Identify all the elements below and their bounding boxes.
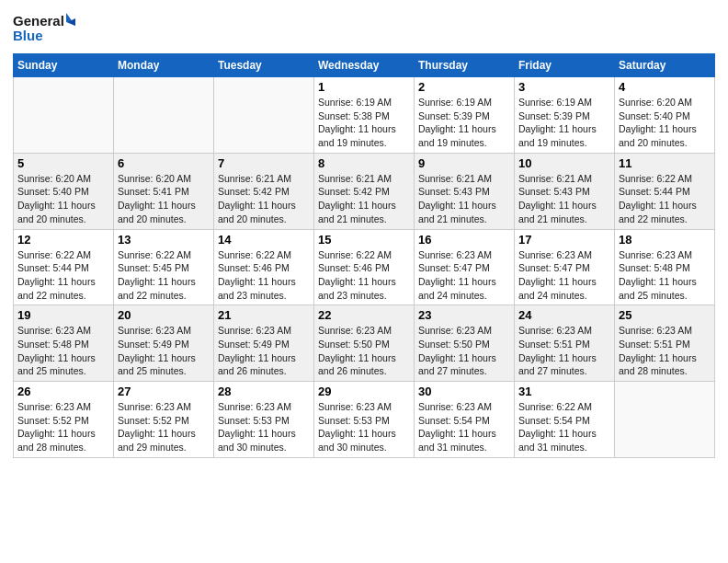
day-info: Sunrise: 6:23 AMSunset: 5:53 PMDaylight:… [318,400,410,454]
page-container: GeneralBlue SundayMondayTuesdayWednesday… [0,0,728,467]
calendar-header-saturday: Saturday [615,54,715,77]
svg-text:General: General [13,13,64,29]
calendar-table: SundayMondayTuesdayWednesdayThursdayFrid… [13,53,715,458]
day-number: 3 [518,80,610,94]
day-number: 24 [518,308,610,322]
calendar-week-row: 19Sunrise: 6:23 AMSunset: 5:48 PMDayligh… [14,305,715,382]
day-info: Sunrise: 6:23 AMSunset: 5:52 PMDaylight:… [17,400,109,454]
calendar-day-cell: 12Sunrise: 6:22 AMSunset: 5:44 PMDayligh… [14,229,114,305]
calendar-day-cell: 10Sunrise: 6:21 AMSunset: 5:43 PMDayligh… [515,153,615,229]
logo-svg: GeneralBlue [13,9,77,46]
day-number: 1 [318,80,410,94]
day-info: Sunrise: 6:19 AMSunset: 5:38 PMDaylight:… [318,96,410,150]
day-number: 16 [418,233,510,247]
day-info: Sunrise: 6:23 AMSunset: 5:48 PMDaylight:… [619,248,711,303]
calendar-day-cell: 17Sunrise: 6:23 AMSunset: 5:47 PMDayligh… [515,229,615,305]
day-number: 8 [318,156,410,170]
day-info: Sunrise: 6:21 AMSunset: 5:43 PMDaylight:… [418,172,510,226]
day-info: Sunrise: 6:19 AMSunset: 5:39 PMDaylight:… [418,96,510,150]
calendar-header-thursday: Thursday [415,54,515,77]
day-number: 23 [418,308,510,322]
calendar-day-cell [14,77,114,154]
day-number: 14 [218,233,310,247]
day-info: Sunrise: 6:23 AMSunset: 5:47 PMDaylight:… [418,248,510,303]
day-info: Sunrise: 6:22 AMSunset: 5:46 PMDaylight:… [218,248,310,303]
calendar-day-cell: 3Sunrise: 6:19 AMSunset: 5:39 PMDaylight… [515,77,615,154]
calendar-day-cell: 16Sunrise: 6:23 AMSunset: 5:47 PMDayligh… [415,229,515,305]
calendar-header-sunday: Sunday [14,54,114,77]
day-info: Sunrise: 6:21 AMSunset: 5:43 PMDaylight:… [518,172,610,226]
svg-text:Blue: Blue [13,28,43,43]
day-info: Sunrise: 6:21 AMSunset: 5:42 PMDaylight:… [218,172,310,226]
day-number: 2 [418,80,510,94]
calendar-day-cell: 23Sunrise: 6:23 AMSunset: 5:50 PMDayligh… [415,305,515,382]
day-info: Sunrise: 6:22 AMSunset: 5:44 PMDaylight:… [17,248,109,303]
calendar-day-cell: 11Sunrise: 6:22 AMSunset: 5:44 PMDayligh… [615,153,715,229]
calendar-header-wednesday: Wednesday [314,54,415,77]
day-info: Sunrise: 6:23 AMSunset: 5:51 PMDaylight:… [518,324,610,378]
calendar-day-cell: 25Sunrise: 6:23 AMSunset: 5:51 PMDayligh… [615,305,715,382]
calendar-day-cell: 29Sunrise: 6:23 AMSunset: 5:53 PMDayligh… [314,382,415,458]
calendar-week-row: 26Sunrise: 6:23 AMSunset: 5:52 PMDayligh… [14,382,715,458]
day-info: Sunrise: 6:22 AMSunset: 5:45 PMDaylight:… [118,248,210,303]
calendar-header-tuesday: Tuesday [214,54,314,77]
day-info: Sunrise: 6:23 AMSunset: 5:49 PMDaylight:… [218,324,310,378]
calendar-header-row: SundayMondayTuesdayWednesdayThursdayFrid… [14,54,715,77]
day-number: 13 [118,233,210,247]
calendar-day-cell [114,77,214,154]
calendar-day-cell: 14Sunrise: 6:22 AMSunset: 5:46 PMDayligh… [214,229,314,305]
day-number: 21 [218,308,310,322]
day-info: Sunrise: 6:23 AMSunset: 5:49 PMDaylight:… [118,324,210,378]
calendar-day-cell: 1Sunrise: 6:19 AMSunset: 5:38 PMDaylight… [314,77,415,154]
day-number: 7 [218,156,310,170]
day-number: 9 [418,156,510,170]
calendar-day-cell: 9Sunrise: 6:21 AMSunset: 5:43 PMDaylight… [415,153,515,229]
calendar-day-cell: 5Sunrise: 6:20 AMSunset: 5:40 PMDaylight… [14,153,114,229]
day-number: 28 [218,385,310,398]
day-info: Sunrise: 6:23 AMSunset: 5:50 PMDaylight:… [418,324,510,378]
day-number: 22 [318,308,410,322]
day-number: 11 [619,156,711,170]
day-number: 12 [17,233,109,247]
day-number: 30 [418,385,510,398]
day-number: 31 [518,385,610,398]
calendar-day-cell [615,382,715,458]
day-number: 6 [118,156,210,170]
calendar-day-cell: 31Sunrise: 6:22 AMSunset: 5:54 PMDayligh… [515,382,615,458]
day-number: 17 [518,233,610,247]
calendar-day-cell [214,77,314,154]
day-info: Sunrise: 6:20 AMSunset: 5:40 PMDaylight:… [17,172,109,226]
calendar-week-row: 5Sunrise: 6:20 AMSunset: 5:40 PMDaylight… [14,153,715,229]
day-number: 25 [619,308,711,322]
logo: GeneralBlue [13,9,77,46]
calendar-day-cell: 20Sunrise: 6:23 AMSunset: 5:49 PMDayligh… [114,305,214,382]
day-number: 10 [518,156,610,170]
day-number: 27 [118,385,210,398]
day-info: Sunrise: 6:20 AMSunset: 5:41 PMDaylight:… [118,172,210,226]
day-number: 19 [17,308,109,322]
day-info: Sunrise: 6:23 AMSunset: 5:48 PMDaylight:… [17,324,109,378]
day-info: Sunrise: 6:22 AMSunset: 5:44 PMDaylight:… [619,172,711,226]
day-number: 18 [619,233,711,247]
day-number: 4 [619,80,711,94]
calendar-week-row: 1Sunrise: 6:19 AMSunset: 5:38 PMDaylight… [14,77,715,154]
day-number: 29 [318,385,410,398]
calendar-day-cell: 15Sunrise: 6:22 AMSunset: 5:46 PMDayligh… [314,229,415,305]
calendar-header-friday: Friday [515,54,615,77]
calendar-day-cell: 28Sunrise: 6:23 AMSunset: 5:53 PMDayligh… [214,382,314,458]
calendar-day-cell: 24Sunrise: 6:23 AMSunset: 5:51 PMDayligh… [515,305,615,382]
calendar-day-cell: 7Sunrise: 6:21 AMSunset: 5:42 PMDaylight… [214,153,314,229]
day-info: Sunrise: 6:23 AMSunset: 5:54 PMDaylight:… [418,400,510,454]
day-number: 20 [118,308,210,322]
day-info: Sunrise: 6:23 AMSunset: 5:51 PMDaylight:… [619,324,711,378]
day-info: Sunrise: 6:19 AMSunset: 5:39 PMDaylight:… [518,96,610,150]
calendar-day-cell: 26Sunrise: 6:23 AMSunset: 5:52 PMDayligh… [14,382,114,458]
calendar-day-cell: 22Sunrise: 6:23 AMSunset: 5:50 PMDayligh… [314,305,415,382]
calendar-day-cell: 4Sunrise: 6:20 AMSunset: 5:40 PMDaylight… [615,77,715,154]
calendar-day-cell: 21Sunrise: 6:23 AMSunset: 5:49 PMDayligh… [214,305,314,382]
calendar-day-cell: 30Sunrise: 6:23 AMSunset: 5:54 PMDayligh… [415,382,515,458]
calendar-header-monday: Monday [114,54,214,77]
day-info: Sunrise: 6:22 AMSunset: 5:54 PMDaylight:… [518,400,610,454]
calendar-day-cell: 6Sunrise: 6:20 AMSunset: 5:41 PMDaylight… [114,153,214,229]
day-info: Sunrise: 6:21 AMSunset: 5:42 PMDaylight:… [318,172,410,226]
